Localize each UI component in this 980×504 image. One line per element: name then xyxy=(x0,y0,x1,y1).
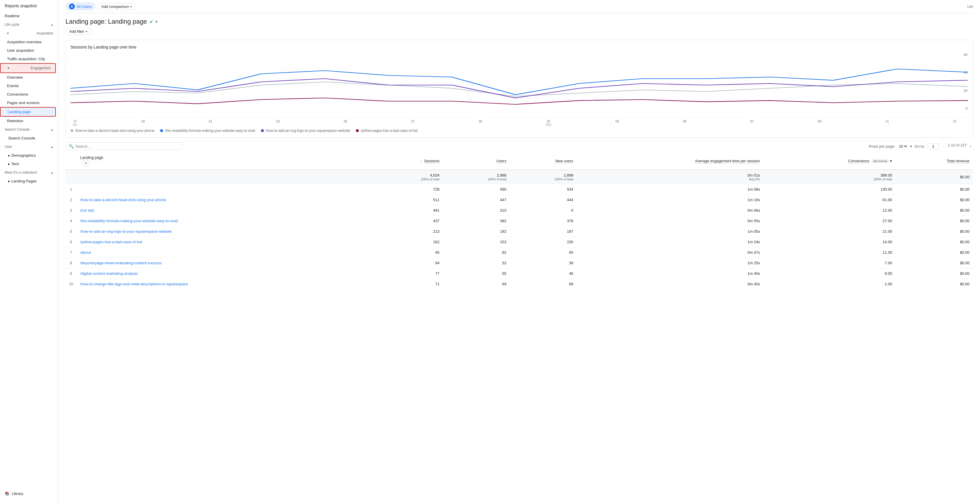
add-comparison-button[interactable]: Add comparison + xyxy=(98,3,136,10)
add-column-button[interactable]: + xyxy=(83,159,89,167)
sidebar-library[interactable]: 📚 Library xyxy=(0,489,58,498)
row-page[interactable]: (not set) xyxy=(76,205,375,216)
col-avg-engagement[interactable]: Average engagement time per session xyxy=(577,152,764,170)
sidebar-header[interactable]: Reports snapshot xyxy=(0,0,58,12)
sidebar-lifecycle[interactable]: Life cycle ▲ xyxy=(0,20,58,29)
col-users[interactable]: Users xyxy=(443,152,510,170)
row-sessions: 162 xyxy=(375,237,443,247)
sidebar-user-header[interactable]: User ▲ xyxy=(0,142,58,151)
x-label: 21 xyxy=(208,120,212,126)
chart-area: 60 40 20 0 xyxy=(70,53,968,117)
sidebar-item-demographics[interactable]: ▸ Demographics xyxy=(0,151,56,159)
row-page[interactable]: /how-to-take-a-decent-head-shot-using-yo… xyxy=(76,195,375,205)
sidebar-item-user-acquisition[interactable]: User acquisition xyxy=(0,46,56,55)
rows-per-page-select[interactable]: 10 25 50 xyxy=(897,144,908,149)
x-label: 01May xyxy=(546,120,552,126)
row-sessions: 213 xyxy=(375,226,443,237)
col-sessions[interactable]: ↓ Sessions xyxy=(375,152,443,170)
page-info: 1-10 of 127 xyxy=(948,143,967,149)
row-conversions: 11.00 xyxy=(764,247,896,258)
sidebar-item-realtime[interactable]: Realtime xyxy=(0,12,56,20)
x-label: 23 xyxy=(276,120,280,126)
row-conversions: 1.00 xyxy=(764,279,896,289)
col-total-revenue[interactable]: Total revenue xyxy=(896,152,973,170)
sidebar-item-landing-pages[interactable]: ▸ Landing Pages xyxy=(0,177,56,185)
add-filter-button[interactable]: Add filter + xyxy=(65,28,91,35)
search-box[interactable]: 🔍 xyxy=(65,142,182,150)
row-conversions: 81.00 xyxy=(764,195,896,205)
sidebar-item-landing-page[interactable]: Landing page xyxy=(0,107,56,116)
row-number: 6 xyxy=(65,237,76,247)
sidebar-item-tech[interactable]: ▸ Tech xyxy=(0,159,56,168)
sidebar-search-console-1-header[interactable]: Search Console ▲ xyxy=(0,125,58,134)
next-page-button[interactable]: › xyxy=(968,143,973,149)
row-sessions: 77 xyxy=(375,268,443,279)
all-events-chevron: ▾ xyxy=(890,159,892,163)
row-page[interactable]: /beyond-page-views-evaluating-content-su… xyxy=(76,258,375,268)
all-users-button[interactable]: A All Users xyxy=(65,2,95,11)
table-row: 8 /beyond-page-views-evaluating-content-… xyxy=(65,258,973,268)
row-revenue: $0.00 xyxy=(896,216,973,226)
chart-svg xyxy=(70,53,968,117)
sidebar-item-acquisition-overview[interactable]: Acquisition overview xyxy=(0,38,56,46)
sidebar-item-search-console[interactable]: Search Console xyxy=(0,134,56,142)
row-users: 153 xyxy=(443,237,510,247)
x-label: 19 xyxy=(141,120,145,126)
table-row: 3 (not set) 491 310 0 0m 06s 12.00 $0.00 xyxy=(65,205,973,216)
table-row: 1 728 580 534 1m 08s 130.00 $0.00 xyxy=(65,184,973,195)
col-conversions[interactable]: Conversions All events ▾ xyxy=(764,152,896,170)
sidebar-item-retention[interactable]: Retention xyxy=(0,116,56,125)
sidebar-acquisition-header[interactable]: ▾ Acquisition xyxy=(0,29,58,38)
x-label: 03 xyxy=(615,120,619,126)
row-users: 310 xyxy=(443,205,510,216)
row-new-users: 378 xyxy=(510,216,577,226)
engagement-bullet: ▾ xyxy=(8,66,10,70)
row-users: 192 xyxy=(443,226,510,237)
row-page[interactable]: /about xyxy=(76,247,375,258)
prev-page-button[interactable]: ‹ xyxy=(942,143,947,149)
sidebar-item-pages-screens[interactable]: Pages and screens xyxy=(0,99,56,107)
goto-input[interactable] xyxy=(928,143,939,149)
row-number: 3 xyxy=(65,205,76,216)
row-new-users: 0 xyxy=(510,205,577,216)
row-page[interactable]: /how-to-add-an-svg-logo-to-your-squaresp… xyxy=(76,226,375,237)
row-page[interactable]: /yellow-pages-has-a-bad-case-of-fud xyxy=(76,237,375,247)
filter-plus-icon: + xyxy=(85,29,88,33)
row-page[interactable] xyxy=(76,184,375,195)
row-revenue: $0.00 xyxy=(896,247,973,258)
sidebar-item-overview[interactable]: Overview xyxy=(0,73,56,81)
row-page[interactable]: /digital-content-marketing-analysis xyxy=(76,268,375,279)
chart-title: Sessions by Landing page over time xyxy=(70,45,968,49)
sidebar-item-conversions[interactable]: Conversions xyxy=(0,90,56,99)
search-input[interactable] xyxy=(75,144,179,148)
legend-item: /how-to-take-a-decent-head-shot-using-yo… xyxy=(70,129,154,133)
row-new-users: 187 xyxy=(510,226,577,237)
sidebar-engagement-header[interactable]: ▾ Engagement xyxy=(0,63,56,73)
x-label: 27 xyxy=(411,120,415,126)
row-conversions: 27.00 xyxy=(764,216,896,226)
all-events-badge[interactable]: All events xyxy=(872,159,889,163)
row-number: 8 xyxy=(65,258,76,268)
data-table: Landing page + ↓ Sessions Users New user… xyxy=(65,152,973,289)
col-new-users[interactable]: New users xyxy=(510,152,577,170)
chart-container: Sessions by Landing page over time 6 xyxy=(65,40,973,138)
sidebar-item-traffic-acquisition[interactable]: Traffic acquisition: City xyxy=(0,55,56,63)
row-conversions: 21.00 xyxy=(764,226,896,237)
row-page[interactable]: /how-to-change-title-tags-and-meta-descr… xyxy=(76,279,375,289)
row-avg-engagement: 1m 10s xyxy=(577,195,764,205)
main-content: A All Users Add comparison + Las Landing… xyxy=(59,0,980,504)
row-users: 447 xyxy=(443,195,510,205)
all-users-avatar: A xyxy=(69,3,75,10)
col-landing-page[interactable]: Landing page + xyxy=(76,152,375,170)
table-body: 1 728 580 534 1m 08s 130.00 $0.00 2 /how… xyxy=(65,184,973,289)
legend-item: /how-to-add-an-svg-logo-to-your-squaresp… xyxy=(261,129,350,133)
row-sessions: 491 xyxy=(375,205,443,216)
row-sessions: 728 xyxy=(375,184,443,195)
row-page[interactable]: /the-readability-formula-making-your-web… xyxy=(76,216,375,226)
title-dropdown-icon[interactable]: ▾ xyxy=(156,19,158,24)
sidebar-item-events[interactable]: Events xyxy=(0,81,56,90)
sidebar: Reports snapshot Realtime Life cycle ▲ ▾… xyxy=(0,0,59,504)
sidebar-collection-header[interactable]: Wow It's a collection! ▲ xyxy=(0,168,58,177)
legend-item: /yellow-pages-has-a-bad-case-of-fud xyxy=(356,129,418,133)
row-number: 2 xyxy=(65,195,76,205)
